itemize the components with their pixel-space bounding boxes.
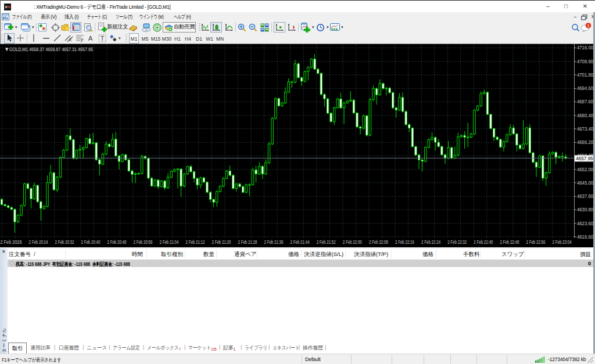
svg-text:2 Feb 21:20: 2 Feb 21:20 [212,239,231,245]
svg-text:2 Feb 22:56: 2 Feb 22:56 [526,239,546,245]
svg-text:2 Feb 20:56: 2 Feb 20:56 [134,239,153,245]
svg-text:T: T [101,35,104,42]
svg-text:2 Feb 22:00: 2 Feb 22:00 [343,239,362,245]
svg-text:2 Feb 20:32: 2 Feb 20:32 [55,239,74,245]
svg-text:2 Feb 21:52: 2 Feb 21:52 [317,239,336,245]
svg-text:2 Feb 22:16: 2 Feb 22:16 [395,239,414,245]
svg-text:2 Feb 23:04: 2 Feb 23:04 [553,239,572,245]
svg-text:4657.95: 4657.95 [576,156,593,161]
svg-text:4652.00: 4652.00 [577,167,593,172]
svg-text:2 Feb 2026: 2 Feb 2026 [1,239,22,245]
svg-text:4666.20: 4666.20 [577,139,593,145]
svg-text:4680.40: 4680.40 [577,113,593,118]
svg-text:4623.60: 4623.60 [577,221,593,226]
svg-text:2 Feb 22:40: 2 Feb 22:40 [474,239,493,245]
svg-text:2 Feb 21:28: 2 Feb 21:28 [238,239,257,245]
svg-text:4701.80: 4701.80 [577,72,593,78]
svg-text:2 Feb 22:48: 2 Feb 22:48 [500,239,519,245]
svg-text:2 Feb 21:12: 2 Feb 21:12 [186,239,205,245]
svg-text:4630.80: 4630.80 [577,207,593,212]
svg-text:F: F [81,39,83,43]
svg-text:2 Feb 20:40: 2 Feb 20:40 [81,239,101,245]
svg-text:2 Feb 21:44: 2 Feb 21:44 [291,239,310,245]
svg-text:1: 1 [587,23,589,28]
svg-text:4687.60: 4687.60 [577,99,593,104]
svg-text:4716.00: 4716.00 [577,45,593,51]
svg-text:4645.00: 4645.00 [577,180,593,186]
svg-text:4673.40: 4673.40 [577,126,593,132]
svg-text:2 Feb 22:32: 2 Feb 22:32 [447,239,467,245]
svg-text:2 Feb 22:08: 2 Feb 22:08 [369,239,388,245]
svg-text:2 Feb 21:36: 2 Feb 21:36 [264,239,284,245]
svg-text:GOLD,M1 4658.37 4659.87 4657.: GOLD,M1 4658.37 4659.87 4657.31 4657.95 [9,46,93,52]
svg-text:2 Feb 20:24: 2 Feb 20:24 [29,239,48,245]
svg-text:4694.60: 4694.60 [577,85,593,91]
svg-text:4616.60: 4616.60 [577,234,593,240]
svg-text:E: E [69,38,72,42]
svg-text:▼: ▼ [4,46,9,52]
svg-text:2 Feb 21:04: 2 Feb 21:04 [160,239,179,245]
svg-text:2 Feb 20:48: 2 Feb 20:48 [107,239,127,245]
svg-text:4708.80: 4708.80 [577,59,593,64]
svg-text:2 Feb 22:24: 2 Feb 22:24 [421,239,440,245]
svg-text:4637.80: 4637.80 [577,193,593,199]
